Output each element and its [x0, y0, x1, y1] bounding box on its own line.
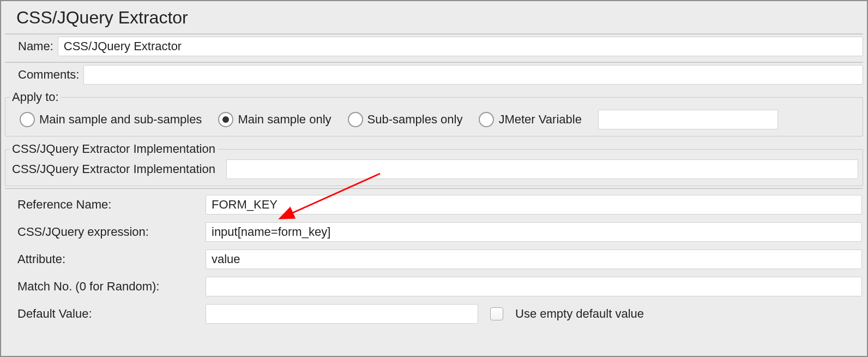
- radio-main-and-sub[interactable]: Main sample and sub-samples: [20, 112, 202, 127]
- top-divider: [5, 33, 863, 34]
- radio-label: JMeter Variable: [498, 112, 581, 127]
- radio-label: Main sample and sub-samples: [39, 112, 202, 127]
- impl-label: CSS/JQuery Extractor Implementation: [12, 159, 220, 179]
- radio-main-only[interactable]: Main sample only: [218, 112, 331, 127]
- radio-label: Main sample only: [238, 112, 331, 127]
- css-expression-input[interactable]: [206, 222, 862, 242]
- comments-input[interactable]: [83, 65, 863, 85]
- reference-name-label: Reference Name:: [17, 198, 200, 212]
- radio-label: Sub-samples only: [367, 112, 463, 127]
- comments-label: Comments:: [5, 65, 83, 85]
- attribute-label: Attribute:: [17, 252, 200, 266]
- divider-under-name: [5, 62, 863, 63]
- impl-input[interactable]: [226, 159, 858, 179]
- default-value-label: Default Value:: [17, 307, 200, 321]
- extractor-panel: CSS/JQuery Extractor Name: Comments: App…: [0, 0, 868, 357]
- name-label: Name:: [5, 37, 58, 56]
- impl-legend: CSS/JQuery Extractor Implementation: [10, 142, 218, 156]
- radio-jmeter-variable[interactable]: JMeter Variable: [479, 112, 581, 127]
- name-row: Name:: [5, 37, 863, 56]
- use-empty-label: Use empty default value: [515, 307, 644, 321]
- use-empty-checkbox[interactable]: [490, 307, 503, 320]
- apply-to-options: Main sample and sub-samples Main sample …: [10, 104, 858, 129]
- css-expression-label: CSS/JQuery expression:: [17, 225, 200, 239]
- attribute-input[interactable]: [206, 249, 862, 269]
- radio-sub-only[interactable]: Sub-samples only: [348, 112, 463, 127]
- radio-icon[interactable]: [20, 112, 35, 127]
- impl-group: CSS/JQuery Extractor Implementation CSS/…: [5, 142, 863, 186]
- apply-to-legend: Apply to:: [10, 90, 61, 104]
- page-title: CSS/JQuery Extractor: [1, 1, 867, 28]
- radio-icon[interactable]: [218, 112, 233, 127]
- default-value-input[interactable]: [206, 304, 478, 324]
- match-no-input[interactable]: [206, 277, 862, 296]
- reference-name-input[interactable]: [206, 195, 862, 215]
- radio-icon[interactable]: [348, 112, 363, 127]
- extractor-fields: Reference Name: CSS/JQuery expression: A…: [17, 195, 862, 324]
- name-input[interactable]: [58, 37, 863, 56]
- match-no-label: Match No. (0 for Random):: [17, 279, 200, 294]
- comments-row: Comments:: [5, 65, 863, 85]
- radio-icon[interactable]: [479, 112, 494, 127]
- mid-divider: [5, 188, 863, 189]
- apply-to-group: Apply to: Main sample and sub-samples Ma…: [5, 90, 863, 136]
- jmeter-variable-input[interactable]: [598, 110, 778, 129]
